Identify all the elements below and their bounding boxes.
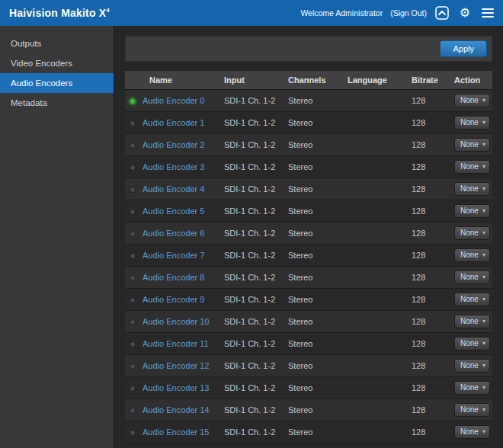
language-cell [343,421,407,443]
action-dropdown[interactable]: None ▾ [454,403,490,417]
language-cell [343,333,407,355]
bitrate-cell: 128 [407,333,450,355]
action-cell: None ▾ [450,289,492,311]
column-header-name: Name [125,71,219,90]
action-cell: None ▾ [450,333,492,355]
action-dropdown[interactable]: None ▾ [454,381,490,395]
menu-icon[interactable] [480,5,495,21]
input-cell: SDI-1 Ch. 1-2 [219,222,284,245]
channels-cell: Stereo [284,200,343,222]
encoder-link[interactable]: Audio Encoder 14 [143,406,209,415]
channels-cell: Stereo [284,333,343,355]
caret-down-icon: ▾ [482,296,485,302]
caret-down-icon: ▾ [482,362,485,369]
encoder-link[interactable]: Audio Encoder 8 [143,274,204,283]
encoder-link[interactable]: Audio Encoder 7 [143,251,204,261]
action-dropdown[interactable]: None ▾ [454,182,490,196]
action-dropdown[interactable]: None ▾ [454,270,490,284]
encoder-link[interactable]: Audio Encoder 2 [143,141,204,150]
encoder-link[interactable]: Audio Encoder 10 [143,318,209,327]
action-dropdown[interactable]: None ▾ [454,160,490,174]
name-cell: Audio Encoder 10 [125,311,219,333]
channels-cell: Stereo [284,421,343,443]
column-header-input: Input [219,71,284,90]
name-cell: Audio Encoder 8 [125,267,219,289]
name-cell: Audio Encoder 9 [125,289,219,311]
encoder-link[interactable]: Audio Encoder 4 [143,185,204,194]
name-cell: Audio Encoder 7 [125,245,219,267]
apply-button[interactable]: Apply [440,40,487,57]
action-cell: None ▾ [450,311,492,333]
status-led-icon [130,386,136,392]
input-cell: SDI-1 Ch. 1-2 [219,267,284,289]
encoder-link[interactable]: Audio Encoder 15 [143,428,209,437]
sign-out-link[interactable]: (Sign Out) [390,8,427,18]
action-dropdown-label: None [460,184,479,193]
action-cell: None ▾ [450,178,492,200]
system-status-icon[interactable] [434,5,450,21]
action-dropdown[interactable]: None ▾ [454,293,490,306]
channels-cell: Stereo [284,399,343,421]
brand-sup: 4 [106,7,110,14]
topbar-right: Welcome Administrator (Sign Out) ⚙ [300,5,495,21]
sidebar-item-outputs[interactable]: Outputs [0,34,114,53]
action-dropdown[interactable]: None ▾ [454,359,490,373]
action-dropdown[interactable]: None ▾ [454,226,490,240]
name-cell: Audio Encoder 5 [125,200,219,222]
action-dropdown[interactable]: None ▾ [454,248,490,262]
table-row: Audio Encoder 10 SDI-1 Ch. 1-2 Stereo 12… [125,311,492,333]
encoder-link[interactable]: Audio Encoder 11 [143,340,209,349]
encoder-link[interactable]: Audio Encoder 5 [143,207,204,216]
bitrate-cell: 128 [407,112,450,134]
channels-cell: Stereo [284,90,343,112]
action-dropdown-label: None [460,96,479,104]
sidebar-item-metadata[interactable]: Metadata [0,93,114,113]
action-dropdown[interactable]: None ▾ [454,337,490,350]
action-dropdown[interactable]: None ▾ [454,425,490,439]
action-dropdown-label: None [460,140,479,149]
action-dropdown[interactable]: None ▾ [454,116,490,130]
language-cell [343,200,407,222]
channels-cell: Stereo [284,134,343,156]
input-cell: SDI-1 Ch. 1-2 [219,200,284,222]
sidebar-item-video-encoders[interactable]: Video Encoders [0,53,114,73]
bitrate-cell: 128 [407,311,450,333]
action-dropdown[interactable]: None ▾ [454,94,490,107]
encoder-link[interactable]: Audio Encoder 6 [143,229,204,238]
status-led-icon [130,275,136,281]
action-cell: None ▾ [450,377,492,399]
encoder-link[interactable]: Audio Encoder 3 [143,163,204,172]
gear-icon[interactable]: ⚙ [457,5,473,21]
action-dropdown[interactable]: None ▾ [454,315,490,328]
action-dropdown-label: None [460,405,479,414]
status-led-icon [130,98,136,104]
input-cell: SDI-1 Ch. 1-2 [219,112,284,134]
main-content: Apply Name Input Channels Language Bitra… [114,26,503,448]
caret-down-icon: ▾ [482,97,485,104]
encoder-link[interactable]: Audio Encoder 9 [143,296,204,305]
caret-down-icon: ▾ [482,141,485,148]
name-cell: Audio Encoder 13 [125,377,219,399]
language-cell [343,156,407,178]
action-dropdown[interactable]: None ▾ [454,204,490,218]
encoder-link[interactable]: Audio Encoder 0 [143,97,204,106]
table-row: Audio Encoder 4 SDI-1 Ch. 1-2 Stereo 128… [125,178,492,200]
status-led-icon [130,120,136,126]
column-header-action: Action [450,71,492,90]
encoder-link[interactable]: Audio Encoder 12 [143,362,209,371]
input-cell: SDI-1 Ch. 1-2 [219,90,284,112]
channels-cell: Stereo [284,267,343,289]
action-dropdown[interactable]: None ▾ [454,138,490,152]
sidebar-item-audio-encoders[interactable]: Audio Encoders [0,73,114,93]
language-cell [343,178,407,200]
status-led-icon [130,142,136,149]
channels-cell: Stereo [284,377,343,399]
column-header-channels: Channels [284,71,343,90]
channels-cell: Stereo [284,222,343,245]
language-cell [343,134,407,156]
input-cell: SDI-1 Ch. 1-2 [219,245,284,267]
encoder-link[interactable]: Audio Encoder 13 [143,384,209,393]
action-cell: None ▾ [450,267,492,289]
encoder-link[interactable]: Audio Encoder 1 [143,119,204,128]
bitrate-cell: 128 [407,421,450,443]
